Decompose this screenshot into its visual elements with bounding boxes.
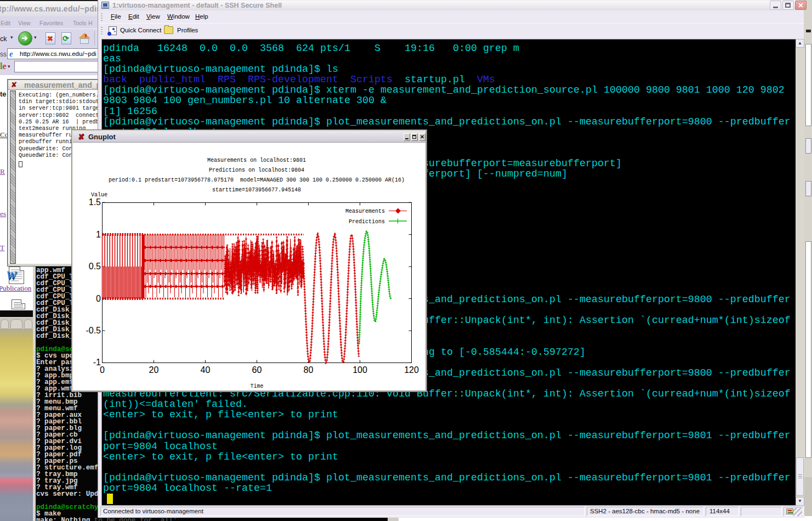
- svg-text:0: 0: [100, 365, 105, 375]
- svg-text:0.5: 0.5: [89, 262, 101, 271]
- svg-text:Predictions on localhost:9804: Predictions on localhost:9804: [209, 167, 304, 173]
- svg-text:period:0.1 predstart=107395677: period:0.1 predstart=1073956778.075170 m…: [109, 177, 405, 183]
- svg-text:Measurements: Measurements: [345, 208, 385, 214]
- svg-text:80: 80: [304, 365, 314, 375]
- svg-text:Measurements on localhost:9801: Measurements on localhost:9801: [207, 157, 306, 163]
- svg-text:Predictions: Predictions: [349, 219, 385, 225]
- svg-text:starttime=1073956677.945148: starttime=1073956677.945148: [212, 187, 301, 193]
- svg-text:-0.5: -0.5: [86, 326, 101, 335]
- svg-text:60: 60: [252, 365, 262, 375]
- svg-text:120: 120: [404, 365, 419, 375]
- svg-text:100: 100: [353, 365, 367, 375]
- svg-text:0: 0: [96, 294, 101, 303]
- svg-text:20: 20: [149, 365, 159, 375]
- svg-text:Time: Time: [250, 383, 263, 389]
- svg-text:1: 1: [96, 230, 101, 239]
- svg-text:1.5: 1.5: [89, 197, 101, 207]
- svg-text:40: 40: [201, 365, 211, 375]
